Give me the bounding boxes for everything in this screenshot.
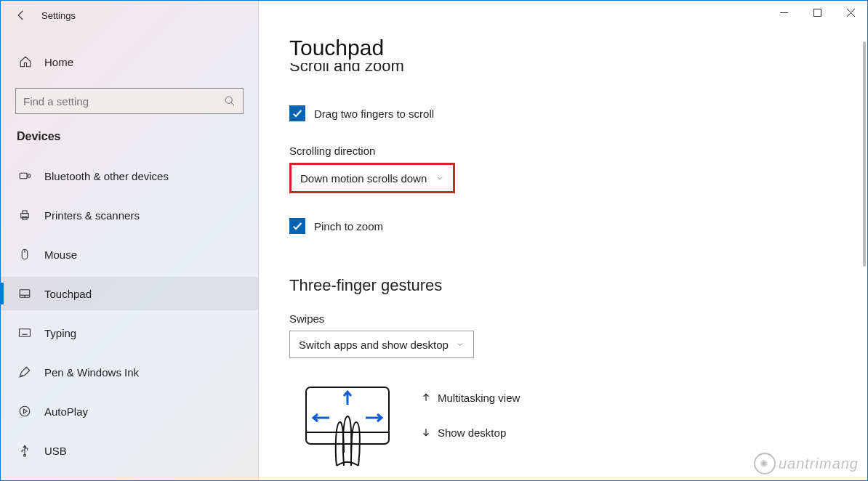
svg-rect-16 (20, 329, 31, 337)
three-finger-gesture-illustration (289, 380, 406, 467)
sidebar-item-label: Printers & scanners (44, 209, 140, 222)
svg-rect-6 (20, 173, 27, 179)
close-button[interactable] (834, 1, 867, 24)
sidebar-item-pen[interactable]: Pen & Windows Ink (1, 355, 258, 389)
usb-icon (15, 444, 34, 457)
checkbox-checked-icon (289, 218, 305, 234)
svg-rect-1 (813, 9, 821, 16)
back-button[interactable] (8, 2, 34, 28)
sidebar-item-label: Touchpad (44, 288, 92, 300)
sidebar-item-autoplay[interactable]: AutoPlay (1, 395, 258, 428)
sidebar-item-mouse[interactable]: Mouse (1, 238, 258, 271)
mouse-icon (15, 248, 34, 261)
bluetooth-icon (15, 169, 34, 182)
home-label: Home (44, 56, 73, 68)
watermark: ✺ uantrimang (754, 453, 859, 474)
page-title: Touchpad (289, 36, 867, 60)
sidebar-item-label: Typing (44, 327, 76, 339)
svg-rect-7 (28, 174, 31, 178)
section-heading-three-finger: Three-finger gestures (289, 276, 867, 295)
home-icon (17, 55, 34, 68)
sidebar: Settings Home Devices Bluetooth & other … (1, 1, 259, 480)
search-input[interactable] (15, 88, 244, 114)
sidebar-section-title: Devices (1, 130, 258, 143)
checkbox-pinch-zoom[interactable]: Pinch to zoom (289, 218, 867, 234)
sidebar-item-label: AutoPlay (44, 405, 88, 418)
legend-row-up: Multitasking view (414, 380, 520, 415)
pen-icon (15, 365, 34, 379)
section-heading-scroll-zoom: Scroll and zoom (289, 63, 867, 81)
minimize-button[interactable] (767, 1, 800, 24)
sidebar-item-typing[interactable]: Typing (1, 316, 258, 349)
scrolling-direction-label: Scrolling direction (289, 145, 867, 157)
sidebar-item-label: USB (44, 445, 67, 457)
svg-rect-9 (23, 211, 27, 214)
swipes-label: Swipes (289, 312, 867, 325)
app-title: Settings (41, 10, 76, 21)
main-panel: Touchpad Scroll and zoom Drag two finger… (259, 1, 867, 480)
touchpad-icon (15, 287, 34, 300)
keyboard-icon (15, 328, 34, 338)
watermark-text: uantrimang (779, 456, 859, 472)
dropdown-value: Down motion scrolls down (300, 172, 427, 185)
arrow-down-icon (414, 427, 438, 437)
sidebar-item-usb[interactable]: USB (1, 434, 258, 467)
chevron-down-icon (456, 340, 465, 349)
legend-label: Show desktop (438, 427, 506, 439)
swipes-dropdown[interactable]: Switch apps and show desktop (289, 331, 474, 358)
sidebar-item-printers[interactable]: Printers & scanners (1, 198, 258, 232)
checkbox-label: Pinch to zoom (314, 220, 383, 233)
svg-point-4 (225, 97, 232, 103)
search-icon (224, 95, 236, 107)
svg-rect-8 (21, 214, 29, 218)
legend-label: Multitasking view (438, 392, 520, 404)
sidebar-item-label: Pen & Windows Ink (44, 366, 139, 379)
checkbox-drag-two-fingers[interactable]: Drag two fingers to scroll (289, 105, 867, 121)
vertical-scrollbar[interactable] (863, 41, 866, 267)
autoplay-icon (15, 405, 34, 418)
dropdown-value: Switch apps and show desktop (299, 339, 449, 351)
arrow-up-icon (414, 392, 438, 403)
legend-row-down: Show desktop (414, 415, 520, 450)
sidebar-item-home[interactable]: Home (1, 46, 258, 78)
sidebar-item-label: Bluetooth & other devices (44, 170, 169, 182)
svg-marker-23 (24, 409, 28, 413)
checkbox-label: Drag two fingers to scroll (314, 108, 434, 120)
svg-point-22 (20, 406, 30, 416)
sidebar-item-bluetooth[interactable]: Bluetooth & other devices (1, 159, 258, 193)
checkbox-checked-icon (289, 105, 305, 121)
sidebar-item-label: Mouse (44, 248, 77, 261)
maximize-button[interactable] (800, 1, 834, 24)
watermark-icon: ✺ (754, 453, 776, 474)
printer-icon (15, 209, 34, 222)
chevron-down-icon (435, 174, 444, 182)
sidebar-item-touchpad[interactable]: Touchpad (1, 277, 258, 310)
scrolling-direction-dropdown[interactable]: Down motion scrolls down (289, 163, 455, 193)
search-field[interactable] (23, 95, 224, 108)
svg-line-5 (231, 102, 234, 105)
